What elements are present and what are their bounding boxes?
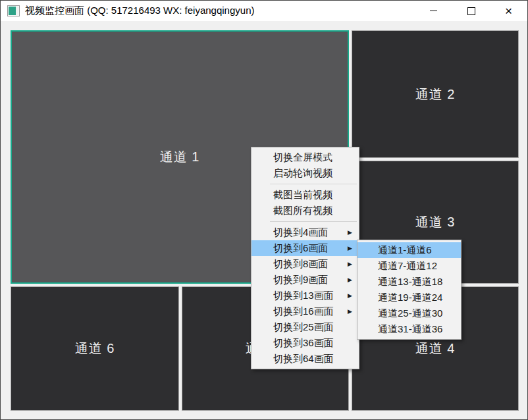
close-button[interactable]: × <box>490 1 527 21</box>
app-icon <box>7 5 20 16</box>
menu-item-switch-25[interactable]: 切换到25画面 <box>251 319 359 335</box>
app-window: { "window": { "title": "视频监控画面 (QQ: 5172… <box>0 0 528 420</box>
submenu-arrow-icon: ▶ <box>348 288 352 303</box>
channel-label: 通道 1 <box>160 148 200 166</box>
channel-label: 通道 4 <box>415 340 456 357</box>
menu-item-label: 切换到9画面 <box>273 274 328 285</box>
menu-separator <box>270 221 357 222</box>
submenu-item-ch19-24[interactable]: 通道19-通道24 <box>357 290 461 305</box>
channel-label: 通道 2 <box>415 86 456 103</box>
submenu-arrow-icon: ▶ <box>348 272 352 288</box>
menu-item-switch-64[interactable]: 切换到64画面 <box>251 351 359 367</box>
menu-separator <box>270 184 357 184</box>
app-icon-light-pane <box>16 7 18 15</box>
menu-item-switch-16[interactable]: 切换到16画面 ▶ <box>251 303 359 319</box>
app-icon-teal-pane <box>9 7 16 15</box>
minimize-button[interactable] <box>415 1 452 21</box>
menu-item-switch-4[interactable]: 切换到4画面 ▶ <box>251 224 359 240</box>
menu-item-label: 切换到4画面 <box>273 226 328 238</box>
channel-panel-2[interactable]: 通道 2 <box>352 30 519 158</box>
menu-item-switch-13[interactable]: 切换到13画面 ▶ <box>251 288 359 303</box>
menu-item-switch-6[interactable]: 切换到6画面 ▶ <box>251 240 359 256</box>
submenu-item-ch25-30[interactable]: 通道25-通道30 <box>357 305 461 321</box>
submenu-item-ch1-6[interactable]: 通道1-通道6 <box>357 242 461 258</box>
window-title: 视频监控画面 (QQ: 517216493 WX: feiyangqingyun… <box>25 5 255 17</box>
channel-panel-6[interactable]: 通道 6 <box>11 286 179 411</box>
maximize-icon <box>467 7 475 15</box>
minimize-icon <box>430 11 437 11</box>
window-controls: × <box>415 1 527 21</box>
channel-label: 通道 3 <box>415 213 456 231</box>
menu-item-switch-8[interactable]: 切换到8画面 ▶ <box>251 256 359 272</box>
menu-item-label: 切换到6画面 <box>273 242 328 253</box>
menu-item-snapshot-current[interactable]: 截图当前视频 <box>251 187 359 203</box>
maximize-button[interactable] <box>452 1 490 21</box>
channel-label: 通道 6 <box>75 340 115 357</box>
menu-item-switch-9[interactable]: 切换到9画面 ▶ <box>251 272 359 288</box>
menu-item-label: 切换到13画面 <box>273 290 334 301</box>
title-bar: 视频监控画面 (QQ: 517216493 WX: feiyangqingyun… <box>1 1 527 21</box>
submenu-item-ch13-18[interactable]: 通道13-通道18 <box>357 274 461 290</box>
channel-range-submenu: 通道1-通道6 通道7-通道12 通道13-通道18 通道19-通道24 通道2… <box>357 240 462 340</box>
submenu-arrow-icon: ▶ <box>348 240 352 256</box>
context-menu: 切换全屏模式 启动轮询视频 截图当前视频 截图所有视频 切换到4画面 ▶ 切换到… <box>251 147 359 369</box>
menu-item-toggle-fullscreen[interactable]: 切换全屏模式 <box>251 149 359 165</box>
menu-item-start-polling[interactable]: 启动轮询视频 <box>251 165 359 181</box>
submenu-arrow-icon: ▶ <box>348 224 352 240</box>
close-icon: × <box>505 5 512 17</box>
submenu-arrow-icon: ▶ <box>348 303 352 319</box>
submenu-item-ch7-12[interactable]: 通道7-通道12 <box>357 258 461 274</box>
menu-item-label: 切换到16画面 <box>273 305 334 317</box>
submenu-arrow-icon: ▶ <box>348 256 352 272</box>
submenu-item-ch31-36[interactable]: 通道31-通道36 <box>357 321 461 337</box>
menu-item-label: 切换到8画面 <box>273 258 328 269</box>
menu-item-snapshot-all[interactable]: 截图所有视频 <box>251 203 359 219</box>
menu-item-switch-36[interactable]: 切换到36画面 <box>251 335 359 351</box>
